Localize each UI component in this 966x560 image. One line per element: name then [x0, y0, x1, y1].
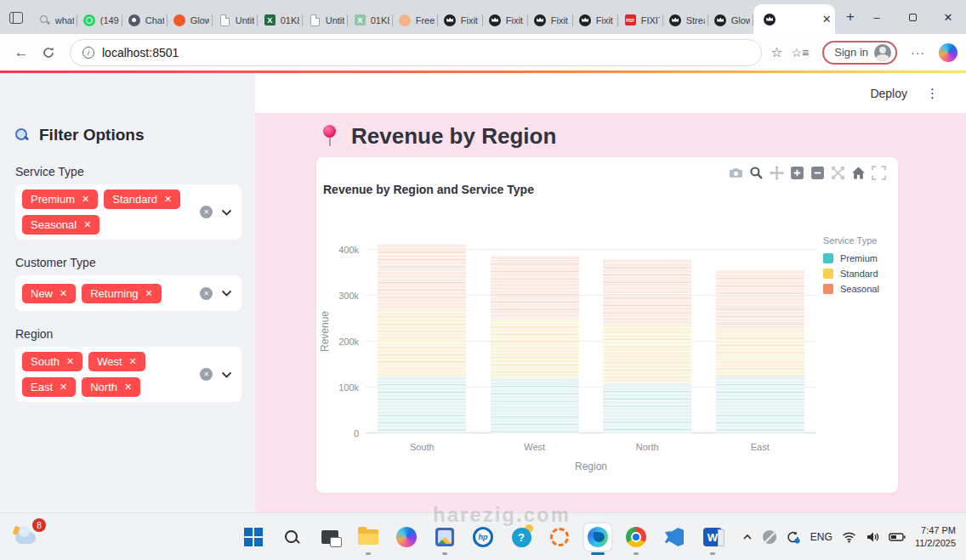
taskbar-gallery-icon[interactable] [431, 523, 458, 551]
browser-tab[interactable]: Free [393, 6, 438, 34]
favorite-icon[interactable]: ☆ [770, 44, 782, 60]
zoom-in-icon[interactable] [790, 166, 804, 180]
multiselect-box[interactable]: Premium✕Standard✕Seasonal✕✕ [15, 184, 242, 240]
refresh-button[interactable] [36, 40, 61, 65]
filter-chip[interactable]: East✕ [22, 377, 76, 397]
browser-tab[interactable]: FIXIT [618, 6, 663, 34]
multiselect-box[interactable]: New✕Returning✕✕ [15, 275, 242, 311]
filter-chip[interactable]: New✕ [22, 284, 76, 303]
clear-all-icon[interactable]: ✕ [200, 368, 213, 381]
tray-blocked-icon[interactable] [763, 530, 776, 544]
bar-segment-seasonal[interactable] [716, 270, 804, 330]
remove-chip-icon[interactable]: ✕ [145, 289, 153, 298]
back-button[interactable]: ← [9, 40, 34, 65]
taskbar-dashed-circle-icon[interactable] [546, 523, 573, 551]
browser-tab[interactable]: Fixit [573, 6, 618, 34]
browser-tab[interactable]: Fixit [438, 6, 483, 34]
bar-segment-seasonal[interactable] [378, 244, 466, 308]
bar-segment-seasonal[interactable] [491, 256, 579, 319]
clear-all-icon[interactable]: ✕ [200, 206, 213, 218]
browser-tab[interactable]: Glow [168, 6, 213, 34]
taskbar-chrome-icon[interactable] [622, 523, 650, 551]
chevron-down-icon[interactable] [221, 290, 232, 297]
taskbar-search-icon[interactable] [278, 523, 305, 551]
filter-chip[interactable]: South✕ [22, 352, 82, 371]
plot-area[interactable]: 0100k200k300k400kRevenueSouthWestNorthEa… [366, 229, 816, 433]
tray-sync-icon[interactable] [786, 530, 801, 544]
browser-tab[interactable]: 01K8 [348, 6, 393, 34]
taskbar-hp-icon[interactable] [469, 523, 497, 551]
tray-chevron-up-icon[interactable] [742, 532, 753, 542]
sign-in-button[interactable]: Sign in [822, 41, 897, 65]
wifi-icon[interactable] [842, 531, 856, 543]
zoom-out-icon[interactable] [810, 166, 825, 180]
browser-tab[interactable]: Fixit [528, 6, 573, 34]
filter-chip[interactable]: West✕ [88, 352, 145, 371]
zoom-icon[interactable] [749, 166, 764, 180]
taskbar-task-view-icon[interactable] [316, 523, 344, 551]
taskbar-copilot-icon[interactable] [393, 523, 420, 551]
taskbar-help-globe-icon[interactable] [508, 523, 535, 551]
clear-all-icon[interactable]: ✕ [200, 287, 213, 300]
browser-tab[interactable]: what [32, 6, 77, 34]
pan-icon[interactable] [770, 166, 784, 180]
close-tab-icon[interactable]: ✕ [822, 13, 832, 25]
copilot-icon[interactable] [939, 43, 957, 62]
minimize-button[interactable]: – [859, 0, 895, 34]
chevron-down-icon[interactable] [221, 371, 232, 378]
legend-item[interactable]: Standard [823, 269, 879, 279]
bar-segment-standard[interactable] [603, 324, 691, 383]
new-tab-button[interactable]: + [842, 5, 859, 29]
browser-tab[interactable]: Untit [213, 6, 258, 34]
taskbar-vscode-icon[interactable] [661, 523, 688, 551]
multiselect-box[interactable]: South✕West✕East✕North✕✕ [15, 347, 242, 402]
remove-chip-icon[interactable]: ✕ [60, 382, 67, 392]
address-bar[interactable]: i localhost:8501 [70, 39, 762, 66]
browser-tab[interactable]: Untit [303, 6, 348, 34]
remove-chip-icon[interactable]: ✕ [66, 357, 74, 366]
battery-icon[interactable] [889, 532, 906, 542]
site-info-icon[interactable]: i [82, 47, 94, 59]
restore-button[interactable] [895, 0, 930, 34]
bar-segment-standard[interactable] [716, 330, 804, 376]
remove-chip-icon[interactable]: ✕ [60, 289, 67, 298]
bar-segment-standard[interactable] [491, 319, 579, 378]
taskbar-word-icon[interactable] [699, 523, 726, 551]
legend-item[interactable]: Premium [823, 253, 879, 263]
weather-widget[interactable]: 8 [14, 523, 44, 551]
stacked-bar[interactable] [378, 244, 466, 433]
stacked-bar[interactable] [716, 270, 804, 433]
filter-chip[interactable]: Returning✕ [82, 284, 162, 303]
filter-chip[interactable]: North✕ [82, 377, 140, 397]
remove-chip-icon[interactable]: ✕ [129, 357, 137, 366]
bar-segment-seasonal[interactable] [603, 259, 691, 324]
remove-chip-icon[interactable]: ✕ [82, 195, 89, 204]
favorites-list-icon[interactable]: ☆≡ [792, 46, 810, 59]
home-icon[interactable] [851, 166, 866, 180]
volume-icon[interactable] [866, 531, 879, 543]
app-menu-icon[interactable]: ⋮ [926, 86, 939, 101]
browser-tab[interactable]: Fixit [483, 6, 528, 34]
browser-menu-icon[interactable]: ··· [911, 46, 925, 59]
tab-actions-button[interactable] [7, 5, 26, 31]
browser-tab[interactable]: (149 [77, 6, 122, 34]
bar-segment-premium[interactable] [378, 376, 466, 434]
taskbar-edge-icon[interactable] [584, 523, 611, 551]
autoscale-icon[interactable] [831, 166, 845, 180]
browser-tab[interactable]: Glow [708, 6, 753, 34]
filter-chip[interactable]: Standard✕ [104, 189, 180, 209]
browser-tab[interactable]: 01K8 [258, 6, 303, 34]
camera-icon[interactable] [729, 166, 743, 180]
legend-item[interactable]: Seasonal [823, 284, 879, 294]
language-indicator[interactable]: ENG [810, 531, 832, 543]
fullscreen-icon[interactable] [872, 166, 886, 180]
remove-chip-icon[interactable]: ✕ [124, 382, 132, 392]
clock[interactable]: 7:47 PM 11/2/2025 [915, 524, 956, 550]
remove-chip-icon[interactable]: ✕ [83, 220, 91, 229]
close-window-button[interactable]: ✕ [930, 0, 966, 34]
stacked-bar[interactable] [603, 259, 691, 433]
bar-segment-premium[interactable] [603, 383, 691, 433]
bar-segment-premium[interactable] [716, 376, 804, 433]
chevron-down-icon[interactable] [221, 209, 232, 216]
bar-segment-premium[interactable] [491, 378, 579, 433]
